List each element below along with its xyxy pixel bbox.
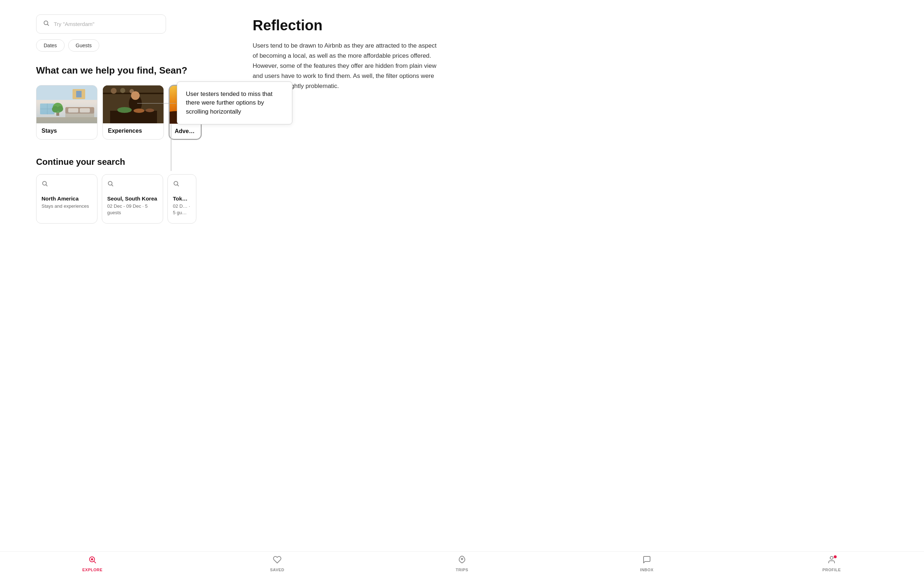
search-card-detail-2: 02 Dec - 09 Dec · 5 guests <box>107 203 158 216</box>
svg-rect-3 <box>36 100 97 123</box>
dates-filter-button[interactable]: Dates <box>36 39 65 52</box>
search-card-detail-3: 02 D… · 5 gu… <box>173 203 191 216</box>
svg-point-21 <box>111 88 116 94</box>
stays-label: Stays <box>36 123 97 139</box>
search-card-seoul[interactable]: Seoul, South Korea 02 Dec - 09 Dec · 5 g… <box>102 174 163 224</box>
svg-line-36 <box>46 185 47 186</box>
stays-card[interactable]: Stays <box>36 85 97 140</box>
svg-point-22 <box>120 88 125 93</box>
search-card-place-2: Seoul, South Korea <box>107 195 158 201</box>
reflection-title: Reflection <box>253 17 440 34</box>
svg-point-27 <box>117 107 132 113</box>
scroll-indicator-line <box>171 124 171 171</box>
search-bar[interactable]: Try "Amsterdam" <box>36 15 166 34</box>
svg-rect-17 <box>36 117 97 123</box>
svg-rect-26 <box>110 111 157 123</box>
svg-line-1 <box>47 24 48 25</box>
svg-rect-11 <box>56 110 59 116</box>
filter-buttons: Dates Guests <box>36 39 224 52</box>
svg-line-38 <box>111 185 113 186</box>
search-card-icon-1 <box>42 180 92 188</box>
svg-rect-9 <box>68 108 78 113</box>
svg-point-14 <box>57 106 63 112</box>
svg-rect-16 <box>76 91 82 97</box>
svg-point-28 <box>134 108 144 113</box>
search-card-north-america[interactable]: North America Stays and experiences <box>36 174 97 224</box>
annotation-box: User testers tended to miss that there w… <box>177 82 292 125</box>
svg-rect-7 <box>65 107 94 123</box>
search-card-icon-3 <box>173 180 191 188</box>
search-card-detail-1: Stays and experiences <box>42 203 92 210</box>
svg-point-29 <box>145 108 154 112</box>
search-card-tokyo[interactable]: Tok… 02 D… · 5 gu… <box>168 174 196 224</box>
svg-rect-8 <box>65 107 94 114</box>
annotation-text: User testers tended to miss that there w… <box>186 90 273 115</box>
experiences-card[interactable]: Experiences <box>102 85 164 140</box>
svg-rect-2 <box>36 85 97 123</box>
search-cards: North America Stays and experiences Seou… <box>36 174 224 224</box>
annotation-line <box>137 103 176 103</box>
search-card-place-3: Tok… <box>173 195 191 201</box>
search-icon <box>43 20 50 28</box>
guests-filter-button[interactable]: Guests <box>68 39 99 52</box>
svg-point-25 <box>131 91 140 100</box>
svg-rect-10 <box>80 108 90 113</box>
left-panel: Try "Amsterdam" Dates Guests What can we… <box>0 15 224 224</box>
search-card-icon-2 <box>107 180 158 188</box>
search-card-place-1: North America <box>42 195 92 201</box>
adventures-label: Adve… <box>170 124 201 139</box>
svg-line-40 <box>177 185 178 186</box>
categories-section-title: What can we help you find, Sean? <box>36 64 224 76</box>
experiences-label: Experiences <box>103 123 163 139</box>
search-placeholder: Try "Amsterdam" <box>54 21 95 27</box>
svg-point-12 <box>53 103 63 113</box>
svg-rect-4 <box>40 103 55 114</box>
continue-section-title: Continue your search <box>36 157 224 167</box>
svg-point-13 <box>52 106 58 113</box>
